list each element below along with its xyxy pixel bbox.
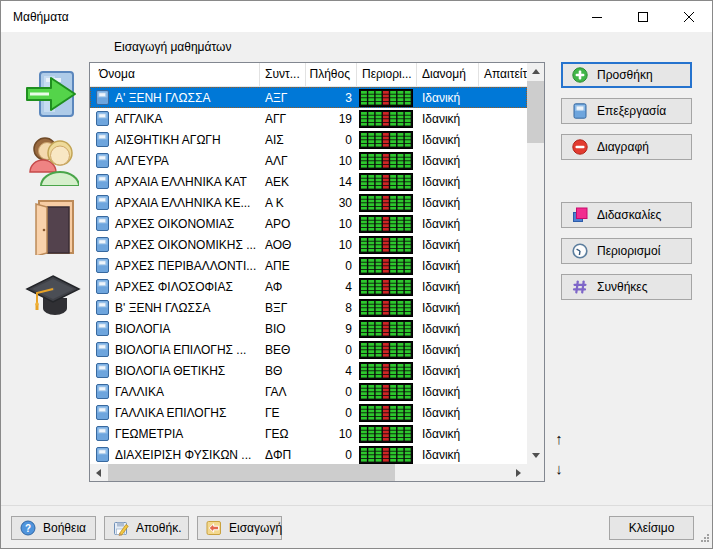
course-restrictions-cell [357, 404, 417, 422]
course-count-cell: 10 [306, 154, 357, 168]
course-count-cell: 14 [306, 175, 357, 189]
table-caption: Εισαγωγή μαθημάτων [114, 40, 231, 54]
course-abbr-cell: ΒΕΘ [260, 343, 306, 357]
close-icon[interactable] [666, 1, 712, 32]
column-header-restrictions[interactable]: Περιορι... [357, 63, 417, 86]
course-count-cell: 19 [306, 112, 357, 126]
course-name-cell: ΑΡΧΑΙΑ ΕΛΛΗΝΙΚΑ ΚΑΤ [90, 174, 260, 189]
table-row[interactable]: ΑΡΧΕΣ ΦΙΛΟΣΟΦΙΑΣ ΑΦ 4 Ιδανική [90, 276, 527, 297]
resize-grip-icon[interactable] [700, 531, 709, 545]
close-dialog-button-label: Κλείσιμο [629, 521, 675, 535]
column-header-abbr[interactable]: Συντ... [260, 63, 306, 86]
table-row[interactable]: ΑΓΓΛΙΚΑ ΑΓΓ 19 Ιδανική [90, 108, 527, 129]
rooms-icon[interactable] [33, 199, 75, 258]
restrictions-grid-icon [359, 257, 413, 275]
courses-dialog: Μαθήματα [0, 0, 713, 549]
restrictions-button[interactable]: Περιορισμοί [561, 238, 692, 264]
table-row[interactable]: ΑΡΧΕΣ ΟΙΚΟΝΟΜΙΚΗΣ ... ΑΟΘ 10 Ιδανική [90, 234, 527, 255]
course-abbr-cell: ΓΕΩ [260, 427, 306, 441]
course-book-icon [96, 216, 109, 231]
svg-text:?: ? [25, 523, 31, 534]
course-name-cell: ΓΑΛΛΙΚΑ ΕΠΙΛΟΓΗΣ [90, 405, 260, 420]
scroll-up-icon[interactable] [527, 63, 544, 80]
course-book-icon [96, 153, 109, 168]
move-up-button[interactable]: ↑ [550, 431, 568, 447]
scroll-right-icon[interactable] [510, 464, 527, 481]
horizontal-scrollbar[interactable] [90, 464, 527, 481]
course-count-cell: 10 [306, 427, 357, 441]
students-icon[interactable] [27, 134, 79, 189]
scroll-down-icon[interactable] [527, 447, 544, 464]
restrictions-grid-icon [359, 320, 413, 338]
scroll-left-icon[interactable] [90, 464, 107, 481]
course-book-icon [96, 132, 109, 147]
add-button[interactable]: Προσθήκη [561, 62, 692, 88]
course-restrictions-cell [357, 446, 417, 464]
table-row[interactable]: ΑΛΓΕΥΡΑ ΑΛΓ 10 Ιδανική [90, 150, 527, 171]
close-dialog-button[interactable]: Κλείσιμο [609, 516, 694, 540]
course-distribution-cell: Ιδανική [417, 406, 479, 420]
restrictions-grid-icon [359, 446, 413, 464]
table-row[interactable]: ΑΙΣΘΗΤΙΚΗ ΑΓΩΓΗ ΑΙΣ 0 Ιδανική [90, 129, 527, 150]
table-row[interactable]: ΔΙΑΧΕΙΡΙΣΗ ΦΥΣΙΚΩΝ ... ΔΦΠ 0 Ιδανική [90, 444, 527, 464]
table-row[interactable]: ΓΕΩΜΕΤΡΙΑ ΓΕΩ 10 Ιδανική [90, 423, 527, 444]
table-row[interactable]: ΑΡΧΕΣ ΟΙΚΟΝΟΜΙΑΣ ΑΡΟ 10 Ιδανική [90, 213, 527, 234]
teachings-button-label: Διδασκαλίες [597, 208, 661, 222]
course-distribution-cell: Ιδανική [417, 112, 479, 126]
table-row[interactable]: ΒΙΟΛΟΓΙΑ ΘΕΤΙΚΗΣ ΒΘ 4 Ιδανική [90, 360, 527, 381]
conditions-button[interactable]: Συνθήκες [561, 274, 692, 300]
course-count-cell: 0 [306, 448, 357, 462]
delete-button-label: Διαγραφή [597, 140, 649, 154]
import-button-label: Εισαγωγή [229, 521, 282, 535]
scrollbar-corner [527, 464, 544, 481]
table-row[interactable]: ΒΙΟΛΟΓΙΑ ΒΙΟ 9 Ιδανική [90, 318, 527, 339]
table-row[interactable]: ΓΑΛΛΙΚΑ ΕΠΙΛΟΓΗΣ ΓΕ 0 Ιδανική [90, 402, 527, 423]
table-row[interactable]: Β' ΞΕΝΗ ΓΛΩΣΣΑ ΒΞΓ 8 Ιδανική [90, 297, 527, 318]
vertical-scrollbar[interactable] [527, 63, 544, 464]
course-restrictions-cell [357, 299, 417, 317]
teachings-button[interactable]: Διδασκαλίες [561, 202, 692, 228]
import-courses-icon[interactable] [25, 69, 77, 122]
delete-button[interactable]: Διαγραφή [561, 134, 692, 160]
course-name-cell: ΑΛΓΕΥΡΑ [90, 153, 260, 168]
table-row[interactable]: ΑΡΧΑΙΑ ΕΛΛΗΝΙΚΑ ΚΕ... Α Κ 30 Ιδανική [90, 192, 527, 213]
course-restrictions-cell [357, 215, 417, 233]
course-name-cell: ΑΡΧΕΣ ΦΙΛΟΣΟΦΙΑΣ [90, 279, 260, 294]
import-button[interactable]: Εισαγωγή [197, 516, 282, 540]
move-down-button[interactable]: ↓ [550, 461, 568, 477]
course-book-icon [96, 90, 109, 105]
course-restrictions-cell [357, 131, 417, 149]
save-button[interactable]: Αποθήκ. [104, 516, 189, 540]
course-distribution-cell: Ιδανική [417, 427, 479, 441]
minimize-icon[interactable] [574, 1, 620, 32]
course-distribution-cell: Ιδανική [417, 343, 479, 357]
maximize-icon[interactable] [620, 1, 666, 32]
table-row[interactable]: ΓΑΛΛΙΚΑ ΓΑΛ 0 Ιδανική [90, 381, 527, 402]
classes-icon[interactable] [25, 268, 81, 321]
course-book-icon [96, 321, 109, 336]
table-row[interactable]: Α' ΞΕΝΗ ΓΛΩΣΣΑ ΑΞΓ 3 Ιδανική [90, 87, 527, 108]
column-header-count[interactable]: Πλήθος [306, 63, 357, 86]
restrictions-grid-icon [359, 362, 413, 380]
course-book-icon [96, 405, 109, 420]
course-count-cell: 10 [306, 217, 357, 231]
caption-buttons [574, 1, 712, 32]
course-restrictions-cell [357, 110, 417, 128]
course-name-cell: ΒΙΟΛΟΓΙΑ ΕΠΙΛΟΓΗΣ ... [90, 342, 260, 357]
table-row[interactable]: ΑΡΧΕΣ ΠΕΡΙΒΑΛΛΟΝΤΙ... ΑΠΕ 0 Ιδανική [90, 255, 527, 276]
course-book-icon [96, 195, 109, 210]
horizontal-scroll-thumb[interactable] [108, 464, 395, 481]
restrictions-grid-icon [359, 89, 413, 107]
course-name-cell: ΓΑΛΛΙΚΑ [90, 384, 260, 399]
table-row[interactable]: ΑΡΧΑΙΑ ΕΛΛΗΝΙΚΑ ΚΑΤ ΑΕΚ 14 Ιδανική [90, 171, 527, 192]
course-book-icon [96, 174, 109, 189]
column-header-distribution[interactable]: Διανομή [417, 63, 479, 86]
table-row[interactable]: ΒΙΟΛΟΓΙΑ ΕΠΙΛΟΓΗΣ ... ΒΕΘ 0 Ιδανική [90, 339, 527, 360]
course-name-cell: ΑΡΧΕΣ ΟΙΚΟΝΟΜΙΚΗΣ ... [90, 237, 260, 252]
help-button[interactable]: ? Βοήθεια [11, 516, 96, 540]
vertical-scroll-thumb[interactable] [527, 81, 544, 143]
restrictions-grid-icon [359, 278, 413, 296]
course-distribution-cell: Ιδανική [417, 301, 479, 315]
edit-button[interactable]: Επεξεργασία [561, 98, 692, 124]
column-header-name[interactable]: Όνομα [90, 63, 260, 86]
